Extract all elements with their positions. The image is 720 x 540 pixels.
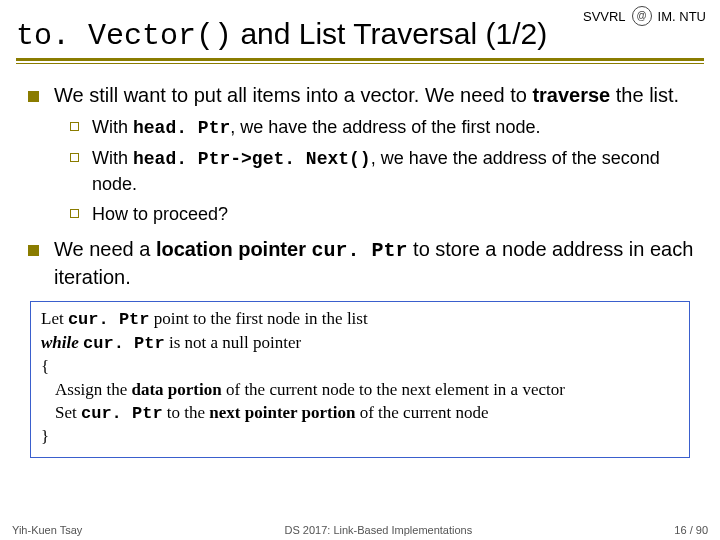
bullet-1-text-a: We still want to put all items into a ve… [54,84,532,106]
pl5-a: Set [55,403,81,422]
title-rule-thick [16,58,704,61]
lab-label: SVVRL [583,9,626,24]
pseudo-line-2: while cur. Ptr is not a null pointer [41,332,679,356]
bullet-1-text-c: the list. [610,84,679,106]
header-right: SVVRL @ IM. NTU [583,6,706,26]
sub-bullet-3: How to proceed? [68,202,694,226]
footer-page: 16 / 90 [674,524,708,536]
pl5-e: of the current node [355,403,488,422]
pl4-c: of the current node to the next element … [222,380,565,399]
sub1-a: With [92,117,133,137]
pseudo-line-4: Assign the data portion of the current n… [41,379,679,402]
b2-code: cur. Ptr [312,239,408,262]
footer: Yih-Kuen Tsay DS 2017: Link-Based Implem… [0,524,720,536]
pl5-b: cur. Ptr [81,404,163,423]
footer-author: Yih-Kuen Tsay [12,524,82,536]
sub3: How to proceed? [92,204,228,224]
slide-body: We still want to put all items into a ve… [0,64,720,458]
title-rest: and List Traversal (1/2) [232,17,547,50]
title-rule-thin [16,63,704,64]
bullet-list: We still want to put all items into a ve… [26,82,694,291]
b2-a: We need a [54,238,156,260]
affiliation-label: IM. NTU [658,9,706,24]
pl1-a: Let [41,309,68,328]
pl4-b: data portion [132,380,222,399]
pl5-d: next pointer portion [209,403,355,422]
sub2-code: head. Ptr->get. Next() [133,149,371,169]
slide: SVVRL @ IM. NTU to. Vector() and List Tr… [0,0,720,540]
sub-bullet-2: With head. Ptr->get. Next(), we have the… [68,146,694,196]
sub-bullet-list: With head. Ptr, we have the address of t… [68,115,694,226]
pseudo-line-3: { [41,356,679,379]
bullet-1: We still want to put all items into a ve… [26,82,694,226]
sub1-code: head. Ptr [133,118,230,138]
pl2-code: cur. Ptr [83,334,165,353]
sub1-c: , we have the address of the first node. [230,117,540,137]
pl1-b: cur. Ptr [68,310,150,329]
pl5-c: to the [163,403,210,422]
pl1-c: point to the first node in the list [150,309,368,328]
sub2-a: With [92,148,133,168]
pseudo-line-5: Set cur. Ptr to the next pointer portion… [41,402,679,426]
pl4-a: Assign the [55,380,132,399]
bullet-1-text-b: traverse [532,84,610,106]
header: SVVRL @ IM. NTU to. Vector() and List Tr… [0,0,720,64]
pseudo-line-6: } [41,426,679,449]
ntu-logo-icon: @ [632,6,652,26]
b2-b: location pointer [156,238,306,260]
bullet-2: We need a location pointer cur. Ptr to s… [26,236,694,291]
sub-bullet-1: With head. Ptr, we have the address of t… [68,115,694,140]
pseudocode-box: Let cur. Ptr point to the first node in … [30,301,690,458]
footer-course: DS 2017: Link-Based Implementations [284,524,472,536]
title-code: to. Vector() [16,19,232,53]
pseudo-line-1: Let cur. Ptr point to the first node in … [41,308,679,332]
pl2-kw: while [41,333,79,352]
pl2-d: is not a null pointer [165,333,301,352]
